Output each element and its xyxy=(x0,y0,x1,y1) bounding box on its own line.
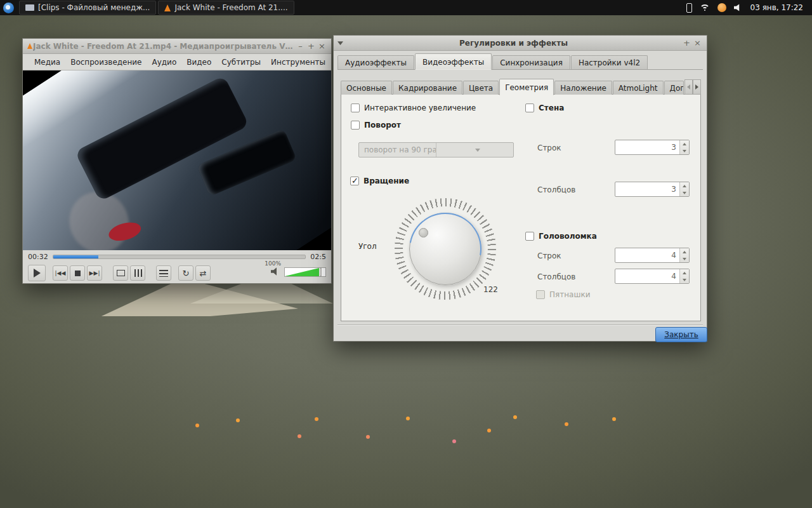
volume-icon[interactable] xyxy=(734,4,743,11)
next-button[interactable]: ▶▶| xyxy=(87,265,102,281)
close-button[interactable]: × xyxy=(317,39,327,53)
spinner-buttons[interactable] xyxy=(679,248,689,262)
stop-icon xyxy=(75,271,81,276)
subtab-colors[interactable]: Цвета xyxy=(463,81,499,95)
elapsed-time: 00:32 xyxy=(28,253,48,261)
spin-up-icon[interactable] xyxy=(680,140,689,147)
wall-rows-input[interactable] xyxy=(615,140,679,154)
speaker-icon[interactable] xyxy=(271,267,280,276)
spin-down-icon[interactable] xyxy=(680,189,689,196)
dial-grip[interactable] xyxy=(419,228,428,237)
checkbox-box xyxy=(351,104,360,112)
spin-down-icon[interactable] xyxy=(680,255,689,262)
spinner-buttons[interactable] xyxy=(679,182,689,196)
spin-down-icon[interactable] xyxy=(680,276,689,283)
menu-subtitles[interactable]: Субтитры xyxy=(216,58,266,67)
checkbox-box xyxy=(525,104,534,112)
spin-down-icon[interactable] xyxy=(680,147,689,154)
puzzle-checkbox[interactable]: Головоломка xyxy=(525,232,597,241)
volume-control: 100% xyxy=(271,267,326,279)
wall-rows-spinbox[interactable] xyxy=(615,140,690,155)
subtab-atmolight[interactable]: AtmoLight xyxy=(613,81,664,95)
puzzle-rows-spinbox[interactable] xyxy=(615,248,690,263)
puzzle-cols-spinbox[interactable] xyxy=(615,269,690,284)
volume-slider[interactable]: 100% xyxy=(284,267,326,277)
subtab-essential[interactable]: Основные xyxy=(341,81,392,95)
fullscreen-button[interactable] xyxy=(113,265,128,281)
system-tray: 03 янв, 17:22 xyxy=(686,3,812,13)
minimize-button[interactable]: – xyxy=(295,39,306,53)
spin-up-icon[interactable] xyxy=(680,248,689,255)
vlc-cone-icon xyxy=(27,43,32,49)
vlc-titlebar[interactable]: Jack White - Freedom At 21.mp4 - Медиапр… xyxy=(23,39,331,54)
wifi-icon[interactable] xyxy=(700,4,710,11)
wallpaper-dot xyxy=(452,439,456,443)
spin-up-icon[interactable] xyxy=(680,182,689,189)
previous-button[interactable]: |◀◀ xyxy=(53,265,68,281)
rotate-preset-select[interactable]: поворот на 90 град. xyxy=(358,142,514,157)
dialog-titlebar[interactable]: Регулировки и эффекты + × xyxy=(334,36,707,51)
subtab-geometry[interactable]: Геометрия xyxy=(499,79,554,95)
spinner-buttons[interactable] xyxy=(679,269,689,283)
next-icon: ▶▶| xyxy=(89,271,100,276)
volume-handle[interactable] xyxy=(320,268,322,276)
rotation-angle-dial[interactable] xyxy=(395,198,496,300)
tab-synchronization[interactable]: Синхронизация xyxy=(492,55,570,69)
maximize-button[interactable]: + xyxy=(681,36,692,50)
menu-video[interactable]: Видео xyxy=(181,58,216,67)
wallpaper-dot xyxy=(366,435,370,439)
checkbox-box xyxy=(351,121,360,130)
dialog-close-button[interactable]: Закрыть xyxy=(655,327,707,342)
checkbox-label: Поворот xyxy=(364,121,401,130)
wall-cols-input[interactable] xyxy=(615,182,679,196)
puzzle-rows-label: Строк xyxy=(537,251,561,260)
dialog-title: Регулировки и эффекты xyxy=(346,39,681,48)
taskbar-label: Jack White - Freedom At 21.... xyxy=(174,3,287,12)
spinner-buttons[interactable] xyxy=(679,140,689,154)
scroll-left-button[interactable] xyxy=(684,79,693,95)
device-icon[interactable] xyxy=(686,3,692,13)
puzzle-cols-input[interactable] xyxy=(615,269,679,283)
geometry-panel: Интерактивное увеличение Поворот поворот… xyxy=(341,94,701,321)
interactive-zoom-checkbox[interactable]: Интерактивное увеличение xyxy=(351,104,476,112)
tab-audio-effects[interactable]: Аудиоэффекты xyxy=(337,55,414,69)
spin-up-icon[interactable] xyxy=(680,269,689,276)
extended-settings-button[interactable] xyxy=(130,265,145,281)
shuffle-button[interactable]: ⇄ xyxy=(195,265,211,281)
menu-playback[interactable]: Воспроизведение xyxy=(65,58,147,67)
stop-button[interactable] xyxy=(70,265,85,281)
wall-checkbox[interactable]: Стена xyxy=(525,104,564,112)
tab-video-effects[interactable]: Видеоэффекты xyxy=(415,53,492,70)
wall-cols-spinbox[interactable] xyxy=(615,182,690,197)
taskbar-item-vlc[interactable]: Jack White - Freedom At 21.... xyxy=(158,1,294,15)
clock[interactable]: 03 янв, 17:22 xyxy=(750,3,803,12)
puzzle-rows-input[interactable] xyxy=(615,248,679,262)
vlc-menubar: Медиа Воспроизведение Аудио Видео Субтит… xyxy=(23,54,331,70)
subtab-overlay[interactable]: Наложение xyxy=(554,81,612,95)
rotation-checkbox[interactable]: Вращение xyxy=(350,177,409,185)
play-button[interactable] xyxy=(28,265,46,281)
close-button[interactable]: × xyxy=(692,36,703,50)
subtab-advanced[interactable]: Дополнитель xyxy=(664,81,684,95)
taskbar-item-file-manager[interactable]: [Clips - Файловый менедж... xyxy=(19,1,156,15)
tab-v4l2[interactable]: Настройки v4l2 xyxy=(571,55,648,69)
user-status-icon[interactable] xyxy=(717,3,726,12)
menu-tools[interactable]: Инструменты xyxy=(266,58,331,67)
loop-button[interactable]: ↻ xyxy=(178,265,193,281)
window-menu-icon[interactable] xyxy=(337,40,343,46)
scroll-right-icon xyxy=(695,84,698,90)
playlist-button[interactable] xyxy=(156,265,171,281)
applications-menu-icon[interactable] xyxy=(3,3,14,13)
menu-audio[interactable]: Аудио xyxy=(147,58,182,67)
wallpaper-dot xyxy=(195,424,199,427)
rotate-checkbox[interactable]: Поворот xyxy=(351,121,401,130)
play-icon xyxy=(34,269,41,277)
scroll-right-button[interactable] xyxy=(693,79,701,95)
video-canvas[interactable] xyxy=(23,70,331,250)
subtab-crop[interactable]: Кадрирование xyxy=(393,81,462,95)
menu-media[interactable]: Медиа xyxy=(29,58,65,67)
playback-controls: |◀◀ ▶▶| ↻ ⇄ 100% xyxy=(23,263,331,283)
seek-slider[interactable] xyxy=(53,255,306,259)
loop-icon: ↻ xyxy=(183,269,190,277)
maximize-button[interactable]: + xyxy=(306,39,317,53)
